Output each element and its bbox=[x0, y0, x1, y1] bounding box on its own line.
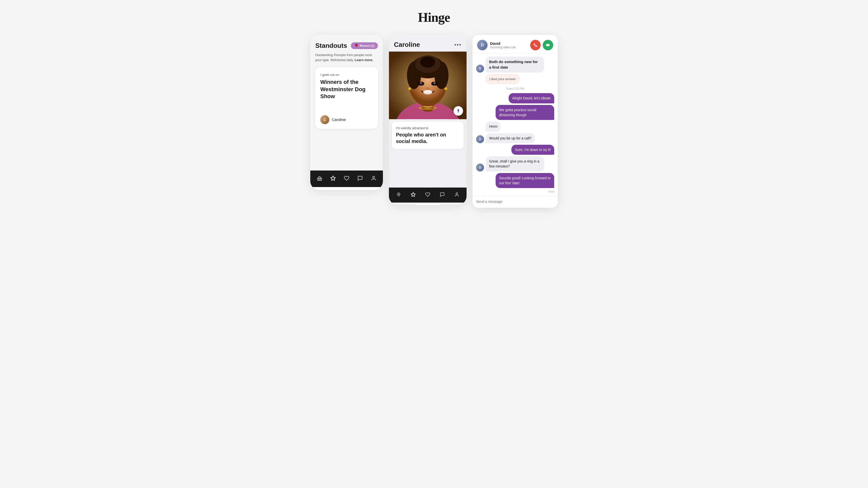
svg-point-18 bbox=[408, 87, 411, 90]
sender-avatar-2: D bbox=[476, 135, 484, 143]
profile-prompt-card: I'm weirdly attracted to People who aren… bbox=[392, 122, 464, 149]
roses-icon: 🌹 bbox=[354, 44, 359, 47]
svg-point-15 bbox=[420, 82, 422, 85]
profile-content: Caroline ••• bbox=[389, 35, 467, 188]
nav-indicator-2 bbox=[415, 204, 440, 205]
svg-point-22 bbox=[456, 193, 458, 195]
message-row-sent-last: Sounds good! Looking forward to our firs… bbox=[476, 173, 554, 188]
standouts-description: Outstanding Prompts from people most you… bbox=[315, 53, 378, 62]
nav2-home-icon[interactable] bbox=[394, 191, 404, 198]
nav2-profile-icon[interactable] bbox=[452, 191, 462, 198]
svg-marker-1 bbox=[331, 176, 335, 180]
message-bubble-received: Hmm bbox=[486, 122, 501, 131]
chat-header: D David Incoming video call bbox=[472, 35, 558, 54]
svg-marker-21 bbox=[411, 193, 415, 197]
profile-header: Caroline ••• bbox=[389, 35, 467, 52]
nav-messages-icon[interactable] bbox=[355, 174, 365, 182]
profile-prompt-label: I'm weirdly attracted to bbox=[396, 126, 460, 130]
nav-profile-icon[interactable] bbox=[368, 174, 379, 182]
standouts-header: Standouts 🌹 Roses (1) bbox=[315, 42, 378, 50]
chat-action-buttons bbox=[530, 40, 553, 50]
standouts-content: Standouts 🌹 Roses (1) Outstanding Prompt… bbox=[310, 35, 383, 170]
app-title: Hinge bbox=[418, 10, 450, 25]
message-bubble-sent: Alright David, let's ideate bbox=[508, 93, 554, 103]
chat-user-details: David Incoming video call bbox=[490, 41, 516, 49]
message-bubble-sent: We gotta practice social distancing thou… bbox=[496, 105, 554, 120]
profile-name: Caroline bbox=[394, 41, 420, 48]
message-bubble-sent-last: Sounds good! Looking forward to our firs… bbox=[496, 173, 554, 188]
nav2-standouts-icon[interactable] bbox=[408, 191, 418, 198]
svg-point-16 bbox=[433, 82, 436, 85]
nav2-messages-icon[interactable] bbox=[437, 191, 447, 198]
nav-indicator-1 bbox=[332, 189, 362, 190]
svg-point-12 bbox=[420, 57, 435, 68]
prompt-label: I geek out on bbox=[320, 73, 373, 76]
screen-profile: Caroline ••• bbox=[389, 35, 467, 205]
chat-input-area bbox=[472, 196, 558, 208]
more-options-icon[interactable]: ••• bbox=[454, 41, 462, 48]
standouts-title: Standouts bbox=[315, 42, 347, 50]
svg-point-19 bbox=[444, 87, 447, 90]
nav-home-icon[interactable] bbox=[314, 174, 325, 182]
roses-label: Roses (1) bbox=[360, 44, 374, 47]
sender-avatar-3: D bbox=[476, 163, 484, 171]
message-row-sent-3: Sure, I'm down to try it! bbox=[476, 145, 554, 155]
chat-user-name: David bbox=[490, 41, 516, 45]
prompt-card: I geek out on Winners of the Westminster… bbox=[315, 67, 378, 129]
bottom-nav-2 bbox=[389, 188, 467, 202]
liked-bubble: Liked your answer bbox=[486, 74, 520, 85]
photo-rose-button[interactable] bbox=[454, 106, 463, 116]
message-input[interactable] bbox=[476, 200, 554, 203]
svg-point-20 bbox=[426, 87, 430, 90]
video-call-button[interactable] bbox=[543, 40, 553, 50]
message-row-sent-2: We gotta practice social distancing thou… bbox=[476, 105, 554, 120]
prompt-user-row: C Caroline bbox=[320, 115, 373, 124]
nav2-likes-icon[interactable] bbox=[423, 191, 433, 198]
chat-avatar: D bbox=[477, 40, 488, 50]
prompt-answer: Winners of the Westminster Dog Show bbox=[320, 78, 373, 100]
screens-container: Standouts 🌹 Roses (1) Outstanding Prompt… bbox=[296, 35, 572, 208]
message-bubble-received-3: Great, shall I give you a ring in a few … bbox=[486, 156, 544, 171]
chat-messages: D Both do something new for a first date… bbox=[472, 54, 558, 196]
screen-chat: D David Incoming video call bbox=[472, 35, 558, 208]
message-row-sent-1: Alright David, let's ideate bbox=[476, 93, 554, 103]
profile-prompt-answer: People who aren't on social media. bbox=[396, 131, 460, 144]
message-bubble-received-2: Would you be up for a call? bbox=[486, 133, 535, 143]
profile-photo bbox=[389, 52, 467, 119]
nav-standouts-icon[interactable] bbox=[328, 174, 338, 182]
message-row-received-call: D Would you be up for a call? bbox=[476, 133, 554, 143]
end-call-button[interactable] bbox=[530, 40, 541, 50]
sender-avatar: D bbox=[476, 65, 484, 73]
svg-point-2 bbox=[373, 176, 374, 178]
sent-label: Sent bbox=[476, 190, 554, 193]
chat-header-info: D David Incoming video call bbox=[477, 40, 516, 50]
prompt-avatar: C bbox=[320, 115, 329, 124]
message-row-received-hmm: Hmm bbox=[476, 122, 554, 131]
message-bubble-sent-3: Sure, I'm down to try it! bbox=[512, 145, 554, 155]
roses-badge[interactable]: 🌹 Roses (1) bbox=[351, 42, 378, 49]
chat-user-status: Incoming video call bbox=[490, 45, 516, 49]
svg-rect-0 bbox=[317, 178, 322, 180]
message-bubble: Both do something new for a first date bbox=[486, 57, 544, 73]
screen-standouts: Standouts 🌹 Roses (1) Outstanding Prompt… bbox=[310, 35, 383, 190]
message-row-received-ring: D Great, shall I give you a ring in a fe… bbox=[476, 156, 554, 171]
nav-likes-icon[interactable] bbox=[341, 174, 352, 182]
message-timestamp: Today 5:23 PM bbox=[476, 87, 554, 90]
message-row-liked: Liked your answer bbox=[476, 74, 554, 85]
svg-point-17 bbox=[423, 90, 432, 94]
bottom-nav-1 bbox=[310, 170, 383, 187]
message-row: D Both do something new for a first date bbox=[476, 57, 554, 73]
learn-more-link[interactable]: Learn more. bbox=[354, 58, 373, 62]
prompt-username: Caroline bbox=[332, 118, 346, 122]
